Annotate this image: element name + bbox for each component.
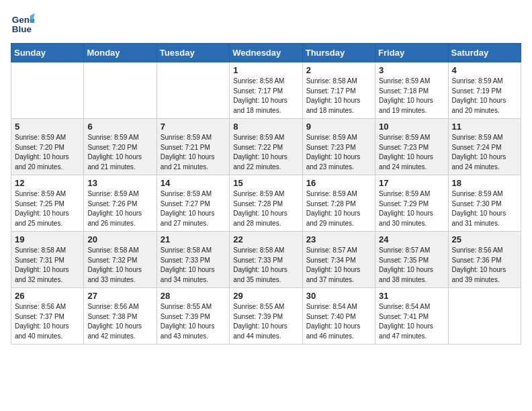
day-number: 18	[452, 178, 517, 188]
calendar-table: SundayMondayTuesdayWednesdayThursdayFrid…	[11, 43, 521, 345]
calendar-cell: 27Sunrise: 8:56 AM Sunset: 7:38 PM Dayli…	[84, 288, 157, 345]
day-number: 19	[15, 234, 80, 244]
page-header: General Blue	[11, 11, 521, 35]
day-info: Sunrise: 8:55 AM Sunset: 7:39 PM Dayligh…	[161, 302, 226, 341]
calendar-cell	[84, 62, 157, 119]
calendar-cell: 13Sunrise: 8:59 AM Sunset: 7:26 PM Dayli…	[84, 175, 157, 232]
day-info: Sunrise: 8:56 AM Sunset: 7:36 PM Dayligh…	[452, 246, 517, 285]
col-header-wednesday: Wednesday	[230, 44, 302, 62]
calendar-week-row: 12Sunrise: 8:59 AM Sunset: 7:25 PM Dayli…	[11, 175, 521, 232]
day-info: Sunrise: 8:58 AM Sunset: 7:17 PM Dayligh…	[306, 77, 371, 116]
calendar-cell	[11, 62, 84, 119]
day-info: Sunrise: 8:59 AM Sunset: 7:28 PM Dayligh…	[233, 189, 298, 228]
calendar-cell: 28Sunrise: 8:55 AM Sunset: 7:39 PM Dayli…	[157, 288, 229, 345]
day-number: 30	[306, 291, 371, 301]
day-info: Sunrise: 8:59 AM Sunset: 7:23 PM Dayligh…	[306, 133, 371, 172]
day-number: 21	[161, 234, 226, 244]
day-info: Sunrise: 8:58 AM Sunset: 7:33 PM Dayligh…	[161, 246, 226, 285]
calendar-cell: 22Sunrise: 8:58 AM Sunset: 7:33 PM Dayli…	[230, 232, 302, 288]
day-number: 9	[306, 122, 371, 132]
calendar-week-row: 19Sunrise: 8:58 AM Sunset: 7:31 PM Dayli…	[11, 232, 521, 288]
col-header-monday: Monday	[84, 44, 157, 62]
day-info: Sunrise: 8:59 AM Sunset: 7:25 PM Dayligh…	[15, 189, 80, 228]
calendar-cell: 15Sunrise: 8:59 AM Sunset: 7:28 PM Dayli…	[230, 175, 302, 232]
calendar-cell: 3Sunrise: 8:59 AM Sunset: 7:18 PM Daylig…	[375, 62, 448, 119]
calendar-cell: 25Sunrise: 8:56 AM Sunset: 7:36 PM Dayli…	[448, 232, 521, 288]
calendar-cell: 4Sunrise: 8:59 AM Sunset: 7:19 PM Daylig…	[448, 62, 521, 119]
day-number: 29	[233, 291, 298, 301]
logo-icon: General Blue	[11, 11, 35, 35]
day-info: Sunrise: 8:59 AM Sunset: 7:30 PM Dayligh…	[452, 189, 517, 228]
day-info: Sunrise: 8:59 AM Sunset: 7:23 PM Dayligh…	[379, 133, 444, 172]
calendar-header-row: SundayMondayTuesdayWednesdayThursdayFrid…	[11, 44, 521, 62]
day-info: Sunrise: 8:54 AM Sunset: 7:40 PM Dayligh…	[306, 302, 371, 341]
day-number: 11	[452, 122, 517, 132]
calendar-cell: 6Sunrise: 8:59 AM Sunset: 7:20 PM Daylig…	[84, 119, 157, 175]
day-number: 14	[161, 178, 226, 188]
day-number: 25	[452, 234, 517, 244]
calendar-cell: 26Sunrise: 8:56 AM Sunset: 7:37 PM Dayli…	[11, 288, 84, 345]
day-info: Sunrise: 8:58 AM Sunset: 7:31 PM Dayligh…	[15, 246, 80, 285]
day-info: Sunrise: 8:58 AM Sunset: 7:32 PM Dayligh…	[87, 246, 152, 285]
calendar-cell: 7Sunrise: 8:59 AM Sunset: 7:21 PM Daylig…	[157, 119, 229, 175]
calendar-cell	[157, 62, 229, 119]
day-number: 1	[233, 65, 298, 75]
day-info: Sunrise: 8:59 AM Sunset: 7:20 PM Dayligh…	[87, 133, 152, 172]
calendar-cell: 24Sunrise: 8:57 AM Sunset: 7:35 PM Dayli…	[375, 232, 448, 288]
day-info: Sunrise: 8:56 AM Sunset: 7:38 PM Dayligh…	[87, 302, 152, 341]
calendar-cell: 16Sunrise: 8:59 AM Sunset: 7:28 PM Dayli…	[302, 175, 375, 232]
col-header-tuesday: Tuesday	[157, 44, 229, 62]
day-number: 26	[15, 291, 80, 301]
day-info: Sunrise: 8:59 AM Sunset: 7:27 PM Dayligh…	[161, 189, 226, 228]
day-info: Sunrise: 8:59 AM Sunset: 7:28 PM Dayligh…	[306, 189, 371, 228]
logo: General Blue	[11, 11, 38, 35]
day-number: 31	[379, 291, 444, 301]
day-number: 5	[15, 122, 80, 132]
calendar-cell: 5Sunrise: 8:59 AM Sunset: 7:20 PM Daylig…	[11, 119, 84, 175]
calendar-week-row: 5Sunrise: 8:59 AM Sunset: 7:20 PM Daylig…	[11, 119, 521, 175]
calendar-week-row: 1Sunrise: 8:58 AM Sunset: 7:17 PM Daylig…	[11, 62, 521, 119]
day-info: Sunrise: 8:55 AM Sunset: 7:39 PM Dayligh…	[233, 302, 298, 341]
calendar-cell: 23Sunrise: 8:57 AM Sunset: 7:34 PM Dayli…	[302, 232, 375, 288]
calendar-cell: 1Sunrise: 8:58 AM Sunset: 7:17 PM Daylig…	[230, 62, 302, 119]
day-number: 23	[306, 234, 371, 244]
day-number: 8	[233, 122, 298, 132]
day-number: 27	[87, 291, 152, 301]
calendar-cell: 17Sunrise: 8:59 AM Sunset: 7:29 PM Dayli…	[375, 175, 448, 232]
day-number: 16	[306, 178, 371, 188]
day-number: 3	[379, 65, 444, 75]
col-header-saturday: Saturday	[448, 44, 521, 62]
day-number: 22	[233, 234, 298, 244]
day-number: 6	[87, 122, 152, 132]
day-info: Sunrise: 8:56 AM Sunset: 7:37 PM Dayligh…	[15, 302, 80, 341]
calendar-cell	[448, 288, 521, 345]
day-number: 17	[379, 178, 444, 188]
calendar-cell: 8Sunrise: 8:59 AM Sunset: 7:22 PM Daylig…	[230, 119, 302, 175]
calendar-cell: 20Sunrise: 8:58 AM Sunset: 7:32 PM Dayli…	[84, 232, 157, 288]
day-info: Sunrise: 8:59 AM Sunset: 7:21 PM Dayligh…	[161, 133, 226, 172]
day-info: Sunrise: 8:59 AM Sunset: 7:18 PM Dayligh…	[379, 77, 444, 116]
col-header-friday: Friday	[375, 44, 448, 62]
calendar-cell: 30Sunrise: 8:54 AM Sunset: 7:40 PM Dayli…	[302, 288, 375, 345]
day-info: Sunrise: 8:57 AM Sunset: 7:35 PM Dayligh…	[379, 246, 444, 285]
calendar-cell: 31Sunrise: 8:54 AM Sunset: 7:41 PM Dayli…	[375, 288, 448, 345]
calendar-cell: 18Sunrise: 8:59 AM Sunset: 7:30 PM Dayli…	[448, 175, 521, 232]
day-number: 28	[161, 291, 226, 301]
day-number: 10	[379, 122, 444, 132]
day-info: Sunrise: 8:58 AM Sunset: 7:33 PM Dayligh…	[233, 246, 298, 285]
day-number: 24	[379, 234, 444, 244]
calendar-cell: 2Sunrise: 8:58 AM Sunset: 7:17 PM Daylig…	[302, 62, 375, 119]
day-number: 13	[87, 178, 152, 188]
day-info: Sunrise: 8:57 AM Sunset: 7:34 PM Dayligh…	[306, 246, 371, 285]
day-info: Sunrise: 8:58 AM Sunset: 7:17 PM Dayligh…	[233, 77, 298, 116]
calendar-cell: 14Sunrise: 8:59 AM Sunset: 7:27 PM Dayli…	[157, 175, 229, 232]
day-info: Sunrise: 8:59 AM Sunset: 7:20 PM Dayligh…	[15, 133, 80, 172]
col-header-thursday: Thursday	[302, 44, 375, 62]
col-header-sunday: Sunday	[11, 44, 84, 62]
day-number: 15	[233, 178, 298, 188]
day-number: 4	[452, 65, 517, 75]
calendar-cell: 29Sunrise: 8:55 AM Sunset: 7:39 PM Dayli…	[230, 288, 302, 345]
day-number: 20	[87, 234, 152, 244]
day-number: 7	[161, 122, 226, 132]
calendar-cell: 11Sunrise: 8:59 AM Sunset: 7:24 PM Dayli…	[448, 119, 521, 175]
